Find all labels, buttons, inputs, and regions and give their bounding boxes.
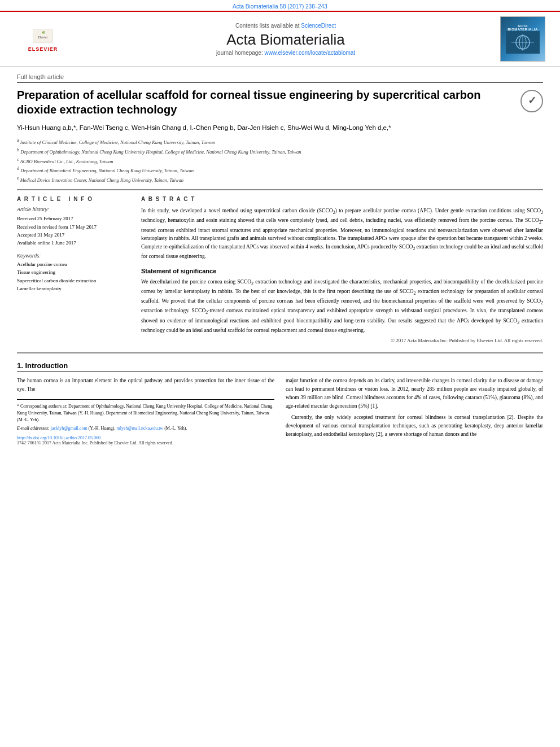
keyword-1: Acellular porcine cornea — [17, 260, 130, 268]
footnote-email: E-mail addresses: jacklyh@gmail.com (Y.-… — [17, 425, 274, 432]
article-title-text: Preparation of acellular scaffold for co… — [17, 88, 520, 117]
content-area: Full length article Preparation of acell… — [0, 67, 560, 452]
svg-text:Elsevier: Elsevier — [37, 36, 48, 39]
journal-header-main: 🌿 Elsevier ELSEVIER Contents lists avail… — [0, 11, 560, 67]
journal-homepage: journal homepage: www.elsevier.com/locat… — [77, 50, 495, 56]
article-title-area: Preparation of acellular scaffold for co… — [17, 88, 543, 117]
doi-anchor[interactable]: http://dx.doi.org/10.1016/j.actbio.2017.… — [17, 435, 100, 440]
email-link-2[interactable]: mlyeh@mail.ncku.edu.tw — [116, 426, 163, 431]
elsevier-logo: 🌿 Elsevier ELSEVIER — [18, 25, 68, 53]
introduction-section: 1. Introduction The human cornea is an i… — [17, 361, 543, 445]
keyword-2: Tissue engineering — [17, 268, 130, 276]
elsevier-logo-area: 🌿 Elsevier ELSEVIER — [9, 25, 77, 53]
article-type: Full length article — [17, 73, 543, 83]
elsevier-text-label: ELSEVIER — [28, 46, 58, 52]
journal-cover-area: ACTA BIOMATERIALIA — [495, 16, 551, 62]
doi-link: http://dx.doi.org/10.1016/j.actbio.2017.… — [17, 435, 274, 440]
journal-header-top: Acta Biomaterialia 58 (2017) 238–243 — [0, 0, 560, 11]
affiliation-c: c ACRO Biomedical Co., Ltd., Kaohsiung, … — [17, 156, 543, 165]
affiliation-b: b Department of Ophthalmology, National … — [17, 147, 543, 156]
section-divider — [17, 352, 543, 353]
affil-c-text: ACRO Biomedical Co., Ltd., Kaohsiung, Ta… — [20, 158, 113, 164]
journal-center: Contents lists available at ScienceDirec… — [77, 23, 495, 56]
cover-image-graphic — [506, 31, 540, 54]
email-link-1[interactable]: jacklyh@gmail.com — [51, 426, 88, 431]
affiliation-d: d Department of Biomedical Engineering, … — [17, 165, 543, 174]
page: Acta Biomaterialia 58 (2017) 238–243 🌿 E… — [0, 0, 560, 747]
statement-heading: Statement of significance — [141, 268, 543, 274]
main-divider — [17, 189, 543, 190]
affil-e-text: Medical Device Innovation Center, Nation… — [20, 177, 183, 183]
affil-a-text: Institute of Clinical Medicine, College … — [20, 139, 216, 145]
abstract-text: In this study, we developed a novel meth… — [141, 207, 543, 261]
intro-left-col: The human cornea is an important element… — [17, 377, 274, 445]
article-info-col: A R T I C L E I N F O Article history: R… — [17, 196, 130, 343]
keyword-4: Lamellar keratoplasty — [17, 285, 130, 292]
issn-text: 1742-7061/© 2017 Acta Materialia Inc. Pu… — [17, 440, 274, 445]
intro-body: The human cornea is an important element… — [17, 377, 543, 445]
affiliation-a: a Institute of Clinical Medicine, Colleg… — [17, 137, 543, 146]
authors-text: Yi-Hsun Huang a,b,*, Fan-Wei Tseng c, We… — [17, 124, 391, 131]
intro-right-text: major function of the cornea depends on … — [286, 377, 543, 438]
homepage-link[interactable]: www.elsevier.com/locate/actabiomat — [265, 50, 356, 56]
affiliation-e: e Medical Device Innovation Center, Nati… — [17, 175, 543, 184]
article-info-heading: A R T I C L E I N F O — [17, 196, 130, 202]
footnote-corresponding: * Corresponding authors at: Department o… — [17, 403, 274, 423]
received-date: Received 25 February 2017 Received in re… — [17, 215, 130, 247]
keywords-list: Acellular porcine cornea Tissue engineer… — [17, 260, 130, 293]
science-direct-anchor[interactable]: ScienceDirect — [301, 23, 336, 29]
keyword-3: Supercritical carbon dioxide extraction — [17, 277, 130, 285]
history-label: Article history: — [17, 207, 130, 212]
crossmark-badge: ✓ — [520, 90, 543, 112]
journal-title: Acta Biomaterialia — [77, 31, 495, 49]
crossmark-icon: ✓ — [528, 94, 536, 107]
keywords-label: Keywords: — [17, 253, 130, 259]
doi-area: http://dx.doi.org/10.1016/j.actbio.2017.… — [17, 435, 274, 445]
info-abstract-section: A R T I C L E I N F O Article history: R… — [17, 196, 543, 343]
intro-left-text: The human cornea is an important element… — [17, 377, 274, 393]
affiliations-area: a Institute of Clinical Medicine, Colleg… — [17, 137, 543, 184]
doi-url-text: http://dx.doi.org/10.1016/j.actbio.2017.… — [17, 435, 100, 440]
affil-d-text: Department of Biomedical Engineering, Na… — [20, 168, 194, 173]
footnote-area: * Corresponding authors at: Department o… — [17, 399, 274, 432]
journal-volume-info: Acta Biomaterialia 58 (2017) 238–243 — [233, 3, 327, 10]
abstract-col: A B S T R A C T In this study, we develo… — [141, 196, 543, 343]
abstract-heading: A B S T R A C T — [141, 196, 543, 202]
copyright-line: © 2017 Acta Materialia Inc. Published by… — [141, 338, 543, 343]
authors-line: Yi-Hsun Huang a,b,*, Fan-Wei Tseng c, We… — [17, 123, 543, 133]
journal-cover-image: ACTA BIOMATERIALIA — [500, 16, 545, 62]
affil-b-text: Department of Ophthalmology, National Ch… — [20, 149, 301, 155]
elsevier-tree-icon: 🌿 Elsevier — [26, 27, 60, 46]
statement-text: We decellularized the porcine cornea usi… — [141, 278, 543, 335]
intro-right-col: major function of the cornea depends on … — [286, 377, 543, 445]
science-direct-link: Contents lists available at ScienceDirec… — [77, 23, 495, 29]
intro-heading: 1. Introduction — [17, 361, 543, 372]
